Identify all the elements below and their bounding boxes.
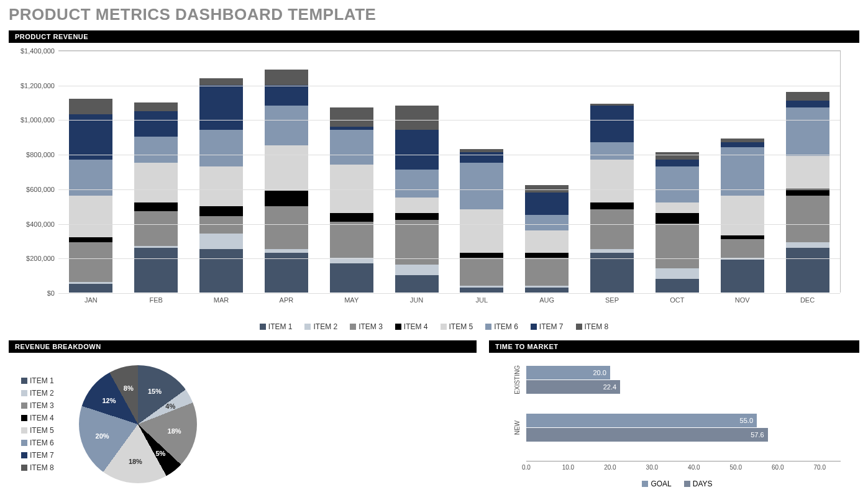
legend-item: ITEM 1 — [21, 376, 54, 385]
x-tick: 30.0 — [646, 464, 658, 471]
y-tick: $1,200,000 — [21, 82, 58, 89]
x-tick: 40.0 — [688, 464, 700, 471]
x-tick: FEB — [134, 293, 178, 304]
x-tick: MAY — [330, 293, 373, 304]
x-tick: 70.0 — [814, 464, 826, 471]
section-header-ttm: TIME TO MARKET — [489, 340, 859, 353]
x-tick: APR — [265, 293, 308, 304]
bar-aug: AUG — [525, 185, 569, 293]
y-tick: $200,000 — [26, 255, 58, 262]
section-header-breakdown: REVENUE BREAKDOWN — [9, 340, 477, 353]
x-tick: JUL — [460, 293, 503, 304]
revenue-breakdown-chart: ITEM 1ITEM 2ITEM 3ITEM 4ITEM 5ITEM 6ITEM… — [9, 353, 477, 483]
x-tick: 50.0 — [730, 464, 742, 471]
legend-item: ITEM 8 — [576, 322, 609, 331]
y-tick: $800,000 — [26, 151, 58, 158]
section-header-revenue: PRODUCT REVENUE — [9, 30, 859, 43]
legend-item: ITEM 1 — [260, 322, 293, 331]
x-tick: DEC — [786, 293, 829, 304]
y-tick: $0 — [47, 289, 58, 297]
legend-item: ITEM 2 — [304, 322, 337, 331]
bar-feb: FEB — [134, 102, 178, 293]
y-tick: $600,000 — [26, 186, 58, 193]
x-tick: AUG — [525, 293, 569, 304]
bar-sep: SEP — [590, 104, 634, 293]
legend-item: ITEM 3 — [350, 322, 383, 331]
x-tick: JAN — [69, 293, 112, 304]
x-tick: NOV — [721, 293, 764, 304]
bar-jan: JAN — [69, 99, 112, 293]
legend-item: ITEM 8 — [21, 463, 54, 472]
x-tick: 20.0 — [604, 464, 616, 471]
pie-slice-label: 15% — [148, 388, 162, 395]
x-tick: MAR — [199, 293, 243, 304]
x-tick: 10.0 — [562, 464, 574, 471]
legend-item: ITEM 4 — [395, 322, 428, 331]
x-tick: OCT — [656, 293, 699, 304]
x-tick: 0.0 — [522, 464, 531, 471]
legend-item: ITEM 7 — [531, 322, 564, 331]
legend-item: ITEM 5 — [441, 322, 473, 331]
y-tick: $1,000,000 — [21, 116, 58, 124]
bar-dec: DEC — [786, 92, 829, 293]
bar-jul: JUL — [460, 149, 503, 293]
legend-item: ITEM 3 — [21, 401, 54, 410]
legend-item: ITEM 5 — [21, 426, 54, 435]
bar-mar: MAR — [199, 78, 243, 293]
pie-slice-label: 12% — [102, 397, 116, 404]
legend-item: GOAL — [642, 480, 671, 488]
legend-item: ITEM 2 — [21, 389, 54, 398]
x-tick: SEP — [590, 293, 634, 304]
y-tick: $1,400,000 — [21, 47, 58, 55]
pie-slice-label: 20% — [96, 432, 109, 440]
time-to-market-chart: EXISTING20.022.4NEW55.057.6 0.010.020.03… — [489, 353, 859, 489]
bar-oct: OCT — [656, 152, 699, 293]
legend-item: DAYS — [684, 480, 713, 488]
pie-slice-label: 8% — [124, 384, 134, 392]
ttm-legend: GOALDAYS — [514, 472, 841, 489]
legend-item: ITEM 4 — [21, 414, 54, 422]
legend-item: ITEM 6 — [485, 322, 518, 331]
bar-nov: NOV — [721, 139, 764, 293]
ttm-category-existing: EXISTING20.022.4 — [514, 365, 841, 394]
pie-slice-label: 18% — [168, 427, 181, 435]
x-tick: JUN — [395, 293, 439, 304]
legend-item: ITEM 6 — [21, 439, 54, 447]
y-tick: $400,000 — [26, 220, 58, 228]
pie-slice-label: 18% — [129, 458, 142, 465]
ttm-category-new: NEW55.057.6 — [514, 413, 841, 442]
revenue-legend: ITEM 1ITEM 2ITEM 3ITEM 4ITEM 5ITEM 6ITEM… — [9, 304, 859, 338]
page-title: PRODUCT METRICS DASHBOARD TEMPLATE — [9, 5, 859, 24]
pie-slice-label: 4% — [165, 402, 175, 410]
legend-item: ITEM 7 — [21, 451, 54, 460]
breakdown-legend: ITEM 1ITEM 2ITEM 3ITEM 4ITEM 5ITEM 6ITEM… — [21, 373, 54, 476]
bar-jun: JUN — [395, 106, 439, 293]
pie-slice-label: 5% — [155, 450, 165, 457]
x-tick: 60.0 — [772, 464, 783, 471]
bar-may: MAY — [330, 107, 373, 293]
product-revenue-chart: JANFEBMARAPRMAYJUNJULAUGSEPOCTNOVDEC $0$… — [9, 43, 859, 304]
